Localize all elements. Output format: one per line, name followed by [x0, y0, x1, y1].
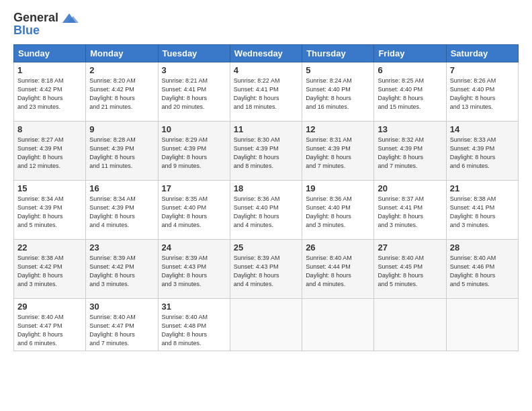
col-header-sunday: Sunday	[14, 44, 86, 62]
day-info: Sunrise: 8:40 AM Sunset: 4:47 PM Dayligh…	[89, 313, 154, 348]
day-info: Sunrise: 8:40 AM Sunset: 4:45 PM Dayligh…	[378, 254, 442, 289]
day-info: Sunrise: 8:39 AM Sunset: 4:42 PM Dayligh…	[89, 254, 154, 289]
calendar-cell: 22Sunrise: 8:38 AM Sunset: 4:42 PM Dayli…	[14, 239, 86, 298]
calendar-cell: 27Sunrise: 8:40 AM Sunset: 4:45 PM Dayli…	[374, 239, 446, 298]
logo-icon	[60, 11, 79, 26]
day-info: Sunrise: 8:30 AM Sunset: 4:39 PM Dayligh…	[234, 136, 298, 171]
day-info: Sunrise: 8:33 AM Sunset: 4:39 PM Dayligh…	[450, 136, 515, 171]
calendar-cell: 25Sunrise: 8:39 AM Sunset: 4:43 PM Dayli…	[230, 239, 302, 298]
calendar-cell: 2Sunrise: 8:20 AM Sunset: 4:42 PM Daylig…	[86, 62, 158, 121]
day-number: 28	[450, 242, 515, 253]
day-info: Sunrise: 8:25 AM Sunset: 4:40 PM Dayligh…	[378, 77, 442, 111]
day-number: 22	[17, 242, 82, 253]
calendar-cell: 15Sunrise: 8:34 AM Sunset: 4:39 PM Dayli…	[14, 180, 86, 239]
calendar-cell: 31Sunrise: 8:40 AM Sunset: 4:48 PM Dayli…	[158, 298, 230, 351]
day-info: Sunrise: 8:32 AM Sunset: 4:39 PM Dayligh…	[378, 136, 442, 171]
day-info: Sunrise: 8:20 AM Sunset: 4:42 PM Dayligh…	[89, 77, 154, 111]
day-number: 27	[378, 242, 442, 253]
day-info: Sunrise: 8:40 AM Sunset: 4:48 PM Dayligh…	[162, 313, 226, 348]
day-number: 3	[162, 65, 226, 75]
calendar-cell	[302, 298, 374, 351]
day-number: 12	[306, 124, 370, 134]
day-info: Sunrise: 8:38 AM Sunset: 4:42 PM Dayligh…	[17, 254, 82, 289]
calendar-cell	[230, 298, 302, 351]
calendar-cell: 8Sunrise: 8:27 AM Sunset: 4:39 PM Daylig…	[14, 121, 86, 180]
calendar-table: SundayMondayTuesdayWednesdayThursdayFrid…	[13, 44, 519, 351]
day-info: Sunrise: 8:40 AM Sunset: 4:44 PM Dayligh…	[306, 254, 370, 289]
day-number: 9	[89, 124, 154, 134]
day-number: 7	[450, 65, 515, 75]
day-info: Sunrise: 8:36 AM Sunset: 4:40 PM Dayligh…	[306, 195, 370, 230]
day-info: Sunrise: 8:26 AM Sunset: 4:40 PM Dayligh…	[450, 77, 515, 111]
calendar-cell: 3Sunrise: 8:21 AM Sunset: 4:41 PM Daylig…	[158, 62, 230, 121]
calendar-cell: 20Sunrise: 8:37 AM Sunset: 4:41 PM Dayli…	[374, 180, 446, 239]
day-number: 23	[89, 242, 154, 253]
day-info: Sunrise: 8:22 AM Sunset: 4:41 PM Dayligh…	[234, 77, 298, 111]
day-info: Sunrise: 8:34 AM Sunset: 4:39 PM Dayligh…	[17, 195, 82, 230]
day-number: 5	[306, 65, 370, 75]
day-info: Sunrise: 8:27 AM Sunset: 4:39 PM Dayligh…	[17, 136, 82, 171]
day-number: 17	[162, 183, 226, 193]
day-number: 4	[234, 65, 298, 75]
calendar-cell: 21Sunrise: 8:38 AM Sunset: 4:41 PM Dayli…	[446, 180, 518, 239]
calendar-cell: 1Sunrise: 8:18 AM Sunset: 4:42 PM Daylig…	[14, 62, 86, 121]
day-info: Sunrise: 8:29 AM Sunset: 4:39 PM Dayligh…	[162, 136, 226, 171]
calendar-cell: 28Sunrise: 8:40 AM Sunset: 4:46 PM Dayli…	[446, 239, 518, 298]
day-number: 8	[17, 124, 82, 134]
day-number: 26	[306, 242, 370, 253]
page-header: General Blue	[13, 11, 519, 38]
day-info: Sunrise: 8:39 AM Sunset: 4:43 PM Dayligh…	[162, 254, 226, 289]
col-header-monday: Monday	[86, 44, 158, 62]
day-number: 11	[234, 124, 298, 134]
day-info: Sunrise: 8:38 AM Sunset: 4:41 PM Dayligh…	[450, 195, 515, 230]
logo-blue: Blue	[13, 24, 79, 38]
day-number: 16	[89, 183, 154, 193]
calendar-cell: 12Sunrise: 8:31 AM Sunset: 4:39 PM Dayli…	[302, 121, 374, 180]
day-number: 13	[378, 124, 442, 134]
day-info: Sunrise: 8:37 AM Sunset: 4:41 PM Dayligh…	[378, 195, 442, 230]
col-header-tuesday: Tuesday	[158, 44, 230, 62]
day-info: Sunrise: 8:35 AM Sunset: 4:40 PM Dayligh…	[162, 195, 226, 230]
logo: General Blue	[13, 11, 79, 38]
calendar-cell: 7Sunrise: 8:26 AM Sunset: 4:40 PM Daylig…	[446, 62, 518, 121]
day-number: 21	[450, 183, 515, 193]
day-number: 1	[17, 65, 82, 75]
col-header-wednesday: Wednesday	[230, 44, 302, 62]
day-info: Sunrise: 8:40 AM Sunset: 4:46 PM Dayligh…	[450, 254, 515, 289]
calendar-cell: 29Sunrise: 8:40 AM Sunset: 4:47 PM Dayli…	[14, 298, 86, 351]
calendar-cell: 19Sunrise: 8:36 AM Sunset: 4:40 PM Dayli…	[302, 180, 374, 239]
day-number: 29	[17, 302, 82, 312]
day-number: 24	[162, 242, 226, 253]
day-number: 25	[234, 242, 298, 253]
day-number: 14	[450, 124, 515, 134]
calendar-cell: 23Sunrise: 8:39 AM Sunset: 4:42 PM Dayli…	[86, 239, 158, 298]
day-info: Sunrise: 8:24 AM Sunset: 4:40 PM Dayligh…	[306, 77, 370, 111]
day-info: Sunrise: 8:31 AM Sunset: 4:39 PM Dayligh…	[306, 136, 370, 171]
day-info: Sunrise: 8:21 AM Sunset: 4:41 PM Dayligh…	[162, 77, 226, 111]
calendar-cell: 11Sunrise: 8:30 AM Sunset: 4:39 PM Dayli…	[230, 121, 302, 180]
day-info: Sunrise: 8:18 AM Sunset: 4:42 PM Dayligh…	[17, 77, 82, 111]
day-number: 18	[234, 183, 298, 193]
day-info: Sunrise: 8:36 AM Sunset: 4:40 PM Dayligh…	[234, 195, 298, 230]
day-number: 15	[17, 183, 82, 193]
calendar-cell: 18Sunrise: 8:36 AM Sunset: 4:40 PM Dayli…	[230, 180, 302, 239]
day-number: 30	[89, 302, 154, 312]
col-header-friday: Friday	[374, 44, 446, 62]
calendar-cell: 6Sunrise: 8:25 AM Sunset: 4:40 PM Daylig…	[374, 62, 446, 121]
day-number: 20	[378, 183, 442, 193]
calendar-cell: 30Sunrise: 8:40 AM Sunset: 4:47 PM Dayli…	[86, 298, 158, 351]
day-number: 31	[162, 302, 226, 312]
day-info: Sunrise: 8:34 AM Sunset: 4:39 PM Dayligh…	[89, 195, 154, 230]
day-number: 2	[89, 65, 154, 75]
calendar-cell: 26Sunrise: 8:40 AM Sunset: 4:44 PM Dayli…	[302, 239, 374, 298]
calendar-cell	[374, 298, 446, 351]
day-number: 19	[306, 183, 370, 193]
day-number: 6	[378, 65, 442, 75]
col-header-saturday: Saturday	[446, 44, 518, 62]
day-info: Sunrise: 8:28 AM Sunset: 4:39 PM Dayligh…	[89, 136, 154, 171]
day-number: 10	[162, 124, 226, 134]
day-info: Sunrise: 8:40 AM Sunset: 4:47 PM Dayligh…	[17, 313, 82, 348]
calendar-cell: 9Sunrise: 8:28 AM Sunset: 4:39 PM Daylig…	[86, 121, 158, 180]
calendar-cell: 17Sunrise: 8:35 AM Sunset: 4:40 PM Dayli…	[158, 180, 230, 239]
day-info: Sunrise: 8:39 AM Sunset: 4:43 PM Dayligh…	[234, 254, 298, 289]
